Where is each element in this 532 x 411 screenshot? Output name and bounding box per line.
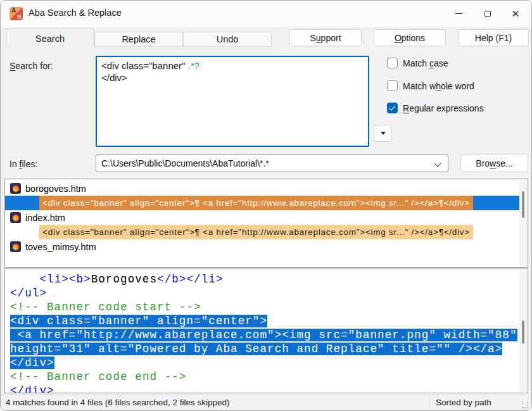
close-button[interactable]: ✕	[501, 1, 530, 27]
search-dropdown-button[interactable]	[374, 125, 392, 142]
match-text: <div class="banner" align="center">¶ <a …	[39, 225, 473, 239]
sort-status: Sorted by path	[436, 398, 491, 407]
check-icon	[389, 104, 395, 111]
maximize-button[interactable]	[473, 1, 502, 27]
checkbox-unchecked-icon[interactable]	[387, 80, 398, 91]
file-name: borogoves.htm	[25, 184, 86, 194]
html-file-icon	[10, 241, 21, 252]
checkbox-checked-icon[interactable]	[387, 103, 398, 113]
preview-code-line: </div>	[10, 384, 519, 393]
result-file-row[interactable]: index.htm	[5, 210, 519, 225]
checkbox-match-whole-word[interactable]: Match whole word	[387, 80, 474, 91]
options-button[interactable]: Options	[374, 29, 446, 46]
search-for-label: Search for:	[10, 61, 53, 71]
chevron-down-icon	[434, 160, 441, 167]
results-list[interactable]: borogoves.htm<div class="banner" align="…	[4, 179, 528, 268]
html-file-icon	[10, 183, 21, 194]
resize-grip-icon[interactable]	[522, 402, 528, 408]
results-rows: borogoves.htm<div class="banner" align="…	[5, 181, 519, 254]
browse-button[interactable]: Browse...	[460, 155, 528, 172]
in-files-label: In files:	[10, 159, 37, 169]
file-name: toves_mimsy.htm	[25, 242, 96, 252]
dropdown-arrow-icon	[381, 132, 386, 135]
tab-undo[interactable]: Undo	[183, 32, 272, 47]
preview-pane[interactable]: <li><b>Borogoves</b></li></ul><!-- Banne…	[4, 269, 528, 393]
preview-code-line: <a href="http://www.abareplace.com"><img…	[10, 328, 519, 342]
results-scrollbar[interactable]	[519, 180, 527, 267]
tab-search[interactable]: Search	[6, 28, 94, 47]
preview-selection: height="31" alt="Powered by Aba Search a…	[10, 343, 502, 355]
status-message: 4 matches found in 4 files (6 files sear…	[6, 398, 229, 407]
preview-selection: <div class="banner" align="center">	[10, 315, 267, 327]
preview-selection: <a href="http://www.abareplace.com"><img…	[10, 329, 517, 341]
in-files-combobox[interactable]: C:\Users\Public\Documents\AbaTutorial\*.…	[96, 155, 448, 172]
preview-code-line: <!-- Banner code end -->	[10, 370, 519, 384]
checkbox-unchecked-icon[interactable]	[387, 58, 398, 68]
search-input[interactable]: <div class="banner" .*?</div>	[96, 56, 369, 147]
close-icon: ✕	[512, 9, 520, 18]
preview-scrollbar[interactable]	[519, 270, 527, 392]
checkbox-match-case[interactable]: Match case	[387, 58, 448, 68]
match-text: <div class="banner" align="center">¶ <a …	[39, 196, 473, 210]
result-match-row[interactable]: <div class="banner" align="center">¶ <a …	[5, 225, 519, 239]
checkbox-label: Regular expressions	[403, 103, 484, 113]
preview-code-line: </div>	[10, 356, 519, 370]
checkbox-label: Match whole word	[403, 81, 474, 91]
preview-code-line: height="31" alt="Powered by Aba Search a…	[10, 342, 519, 356]
preview-selection: </div>	[10, 357, 54, 369]
minimize-button[interactable]	[444, 1, 473, 27]
status-divider	[429, 395, 429, 411]
html-file-icon	[10, 212, 21, 223]
tab-replace[interactable]: Replace	[94, 32, 183, 47]
app-icon-letter-b: B	[18, 14, 22, 20]
result-file-row[interactable]: borogoves.htm	[5, 181, 519, 196]
minimize-icon	[455, 13, 462, 14]
result-file-row[interactable]: toves_mimsy.htm	[5, 239, 519, 254]
app-window: A B Aba Search & Replace ✕ SearchReplace…	[0, 0, 532, 411]
window-title: Aba Search & Replace	[28, 8, 122, 18]
help-button[interactable]: Help (F1)	[458, 29, 529, 46]
maximize-icon	[484, 11, 491, 17]
preview-code-line: </ul>	[10, 286, 519, 300]
results-scrollbar-thumb[interactable]	[522, 191, 524, 218]
checkbox-label: Match case	[403, 58, 448, 68]
preview-code-line: <!-- Banner code start -->	[10, 300, 519, 314]
file-name: index.htm	[25, 213, 65, 223]
support-button[interactable]: Support	[289, 29, 362, 46]
checkbox-regular-expressions[interactable]: Regular expressions	[387, 103, 484, 113]
preview-lines: <li><b>Borogoves</b></li></ul><!-- Banne…	[10, 272, 519, 393]
preview-code-line: <li><b>Borogoves</b></li>	[10, 272, 519, 286]
preview-scrollbar-thumb[interactable]	[522, 320, 524, 344]
status-bar: 4 matches found in 4 files (6 files sear…	[1, 394, 531, 411]
in-files-path: C:\Users\Public\Documents\AbaTutorial\*.…	[101, 158, 269, 168]
app-icon: A B	[10, 7, 23, 20]
result-match-row-selected[interactable]: <div class="banner" align="center">¶ <a …	[5, 196, 519, 210]
app-icon-letter-a: A	[11, 7, 16, 14]
title-bar[interactable]: A B Aba Search & Replace ✕	[1, 1, 531, 27]
preview-code-line: <div class="banner" align="center">	[10, 314, 519, 328]
